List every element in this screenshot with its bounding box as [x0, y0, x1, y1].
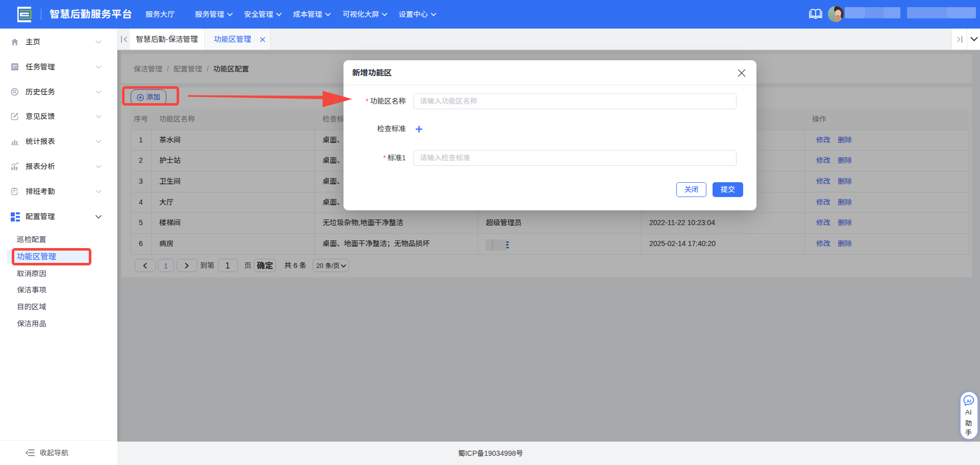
svg-text:AI: AI: [966, 398, 971, 404]
